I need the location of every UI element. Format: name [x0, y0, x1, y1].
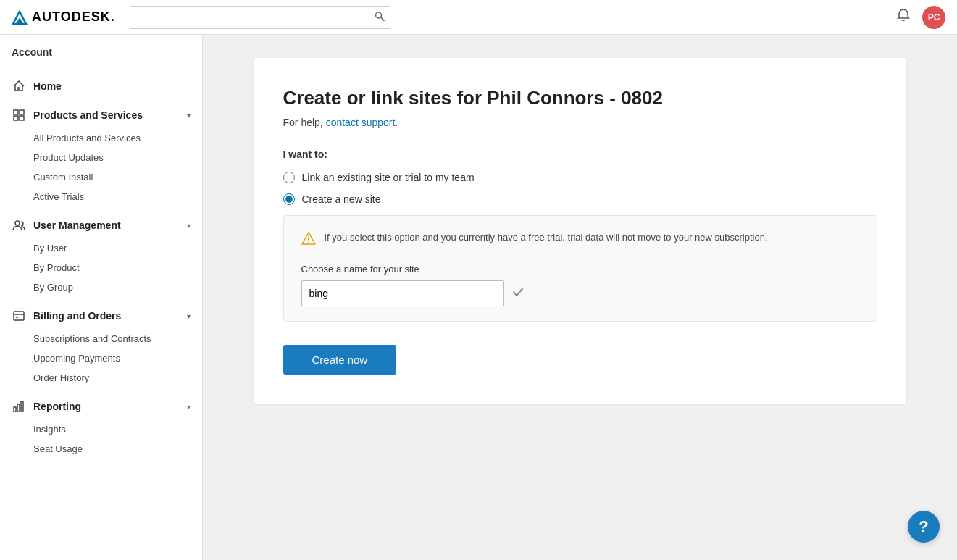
sidebar-section-products: Products and Services ▾ All Products and… — [0, 102, 202, 209]
search-input[interactable] — [130, 6, 390, 29]
user-avatar[interactable]: PC — [922, 6, 945, 29]
radio-option-create: Create a new site — [283, 193, 877, 205]
radio-create-new-label[interactable]: Create a new site — [302, 193, 381, 205]
radio-create-new[interactable] — [283, 193, 295, 205]
svg-rect-5 — [20, 110, 24, 114]
sidebar-item-subscriptions[interactable]: Subscriptions and Contracts — [33, 329, 202, 348]
site-name-input[interactable] — [301, 280, 504, 306]
svg-rect-13 — [17, 404, 20, 411]
autodesk-logo-icon — [12, 9, 28, 25]
sidebar-item-by-group[interactable]: By Group — [33, 277, 202, 297]
sidebar-item-user-management[interactable]: User Management ▾ — [0, 212, 202, 238]
svg-rect-12 — [14, 407, 16, 411]
header: AUTODESK. PC — [0, 0, 957, 35]
layout: Account Home — [0, 35, 957, 560]
sidebar-item-product-updates[interactable]: Product Updates — [33, 148, 202, 167]
card-subtitle: For help, contact support. — [283, 117, 877, 128]
products-sub-items: All Products and Services Product Update… — [0, 128, 202, 209]
users-icon — [12, 218, 26, 233]
home-icon — [12, 79, 26, 93]
svg-rect-7 — [20, 116, 24, 120]
sidebar-section-billing: Billing and Orders ▾ Subscriptions and C… — [0, 303, 202, 390]
reporting-label: Reporting — [33, 401, 180, 412]
products-chevron-icon: ▾ — [187, 112, 191, 120]
header-actions: PC — [896, 6, 945, 29]
main-content: Create or link sites for Phil Connors - … — [203, 35, 957, 560]
sidebar-item-home[interactable]: Home — [0, 73, 202, 99]
search-bar — [130, 6, 390, 29]
sidebar-item-reporting[interactable]: Reporting ▾ — [0, 393, 202, 419]
sidebar-item-active-trials[interactable]: Active Trials — [33, 187, 202, 206]
warning-content: If you select this option and you curren… — [301, 230, 859, 249]
billing-chevron-icon: ▾ — [187, 312, 191, 320]
contact-support-link[interactable]: contact support. — [326, 117, 398, 128]
svg-marker-1 — [16, 17, 23, 24]
logo-text: AUTODESK. — [32, 9, 115, 25]
logo: AUTODESK. — [12, 9, 115, 25]
card-subtitle-text: For help, — [283, 117, 326, 128]
create-now-button[interactable]: Create now — [283, 345, 397, 375]
products-icon — [12, 108, 26, 122]
sidebar-item-custom-install[interactable]: Custom Install — [33, 167, 202, 187]
site-name-section: Choose a name for your site — [301, 264, 859, 306]
svg-rect-6 — [14, 116, 18, 120]
warning-text: If you select this option and you curren… — [325, 230, 768, 245]
billing-label: Billing and Orders — [33, 310, 180, 322]
i-want-to-label: I want to: — [283, 149, 877, 160]
svg-point-16 — [308, 242, 309, 243]
sidebar-item-billing-and-orders[interactable]: Billing and Orders ▾ — [0, 303, 202, 329]
create-or-link-sites-card: Create or link sites for Phil Connors - … — [254, 58, 906, 404]
svg-rect-4 — [14, 110, 18, 114]
sidebar-item-by-product[interactable]: By Product — [33, 258, 202, 277]
reporting-icon — [12, 399, 26, 414]
search-button[interactable] — [375, 11, 385, 23]
sidebar-section-reporting: Reporting ▾ Insights Seat Usage — [0, 393, 202, 461]
reporting-chevron-icon: ▾ — [187, 403, 191, 411]
sidebar-account-label: Account — [0, 46, 202, 67]
sidebar-item-seat-usage[interactable]: Seat Usage — [33, 439, 202, 459]
help-button[interactable]: ? — [908, 511, 940, 543]
notifications-icon[interactable] — [896, 8, 911, 26]
user-management-sub-items: By User By Product By Group — [0, 238, 202, 300]
sidebar-section-home: Home — [0, 73, 202, 99]
create-site-options-box: If you select this option and you curren… — [283, 215, 877, 322]
sidebar-section-user-management: User Management ▾ By User By Product By … — [0, 212, 202, 300]
svg-line-3 — [380, 17, 384, 21]
radio-link-existing-label[interactable]: Link an existing site or trial to my tea… — [302, 172, 475, 183]
user-management-chevron-icon: ▾ — [187, 222, 191, 230]
sidebar-item-by-user[interactable]: By User — [33, 238, 202, 258]
checkmark-icon — [511, 285, 525, 301]
warning-triangle-icon — [301, 231, 316, 249]
products-label: Products and Services — [33, 109, 180, 121]
search-icon — [375, 11, 385, 21]
site-name-row — [301, 280, 859, 306]
site-name-label: Choose a name for your site — [301, 264, 859, 275]
reporting-sub-items: Insights Seat Usage — [0, 419, 202, 461]
card-title: Create or link sites for Phil Connors - … — [283, 87, 877, 109]
billing-icon — [12, 309, 26, 323]
radio-option-link: Link an existing site or trial to my tea… — [283, 172, 877, 183]
user-management-label: User Management — [33, 220, 180, 231]
svg-rect-14 — [21, 401, 23, 411]
billing-sub-items: Subscriptions and Contracts Upcoming Pay… — [0, 329, 202, 390]
svg-point-8 — [15, 221, 20, 225]
sidebar-item-products-and-services[interactable]: Products and Services ▾ — [0, 102, 202, 128]
sidebar: Account Home — [0, 35, 203, 560]
radio-link-existing[interactable] — [283, 172, 295, 183]
sidebar-item-order-history[interactable]: Order History — [33, 368, 202, 388]
home-label: Home — [33, 80, 191, 92]
sidebar-item-all-products[interactable]: All Products and Services — [33, 128, 202, 148]
sidebar-item-insights[interactable]: Insights — [33, 419, 202, 439]
sidebar-item-upcoming-payments[interactable]: Upcoming Payments — [33, 348, 202, 368]
svg-rect-9 — [14, 312, 24, 320]
